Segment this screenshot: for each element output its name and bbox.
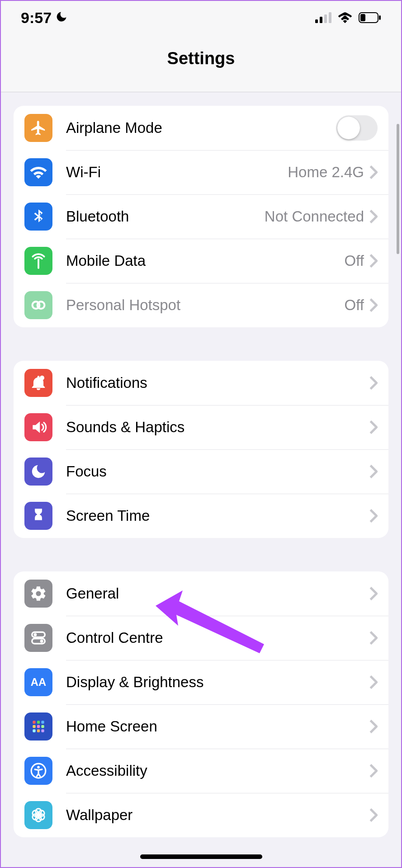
status-time: 9:57 <box>21 9 52 27</box>
svg-rect-20 <box>41 725 44 728</box>
row-home-screen[interactable]: Home Screen <box>14 704 388 749</box>
notifications-icon <box>24 369 52 397</box>
svg-rect-5 <box>360 14 365 21</box>
row-label: Home Screen <box>66 718 369 735</box>
wifi-status-icon <box>338 12 352 23</box>
row-personal-hotspot[interactable]: Personal Hotspot Off <box>14 283 388 327</box>
svg-point-8 <box>38 302 45 309</box>
chevron-right-icon <box>369 808 378 822</box>
settings-content: Airplane Mode Wi-Fi Home 2.4G Bluetooth … <box>1 92 401 837</box>
sounds-icon <box>24 413 52 441</box>
screentime-icon <box>24 502 52 530</box>
page-title: Settings <box>1 49 401 68</box>
row-label: Control Centre <box>66 629 369 646</box>
home-indicator[interactable] <box>140 854 262 859</box>
row-display-brightness[interactable]: AA Display & Brightness <box>14 660 388 704</box>
row-label: Wi-Fi <box>66 164 288 181</box>
row-screen-time[interactable]: Screen Time <box>14 494 388 538</box>
svg-rect-17 <box>41 721 44 723</box>
svg-text:AA: AA <box>31 676 46 688</box>
svg-rect-21 <box>33 729 35 732</box>
airplane-icon <box>24 114 52 142</box>
cellular-icon <box>24 247 52 275</box>
row-accessibility[interactable]: Accessibility <box>14 749 388 793</box>
row-label: Bluetooth <box>66 208 265 225</box>
bluetooth-icon <box>24 203 52 231</box>
battery-icon <box>359 12 381 23</box>
row-wifi[interactable]: Wi-Fi Home 2.4G <box>14 150 388 194</box>
svg-rect-22 <box>37 729 40 732</box>
chevron-right-icon <box>369 165 378 179</box>
svg-point-11 <box>33 633 37 636</box>
navigation-bar: Settings <box>1 34 401 92</box>
row-label: Mobile Data <box>66 252 345 269</box>
svg-rect-3 <box>329 12 331 23</box>
settings-group-notifications: Notifications Sounds & Haptics Focus Scr… <box>14 361 388 538</box>
row-label: Notifications <box>66 374 369 392</box>
row-label: Personal Hotspot <box>66 297 345 314</box>
svg-point-13 <box>40 640 43 643</box>
hotspot-icon <box>24 291 52 319</box>
row-mobile-data[interactable]: Mobile Data Off <box>14 239 388 283</box>
row-label: Display & Brightness <box>66 674 369 691</box>
row-label: Screen Time <box>66 507 369 524</box>
svg-rect-15 <box>33 721 35 723</box>
svg-rect-0 <box>315 19 318 23</box>
chevron-right-icon <box>369 376 378 390</box>
row-label: Wallpaper <box>66 807 369 824</box>
row-label: Accessibility <box>66 762 369 779</box>
row-label: Sounds & Haptics <box>66 419 369 436</box>
airplane-mode-toggle[interactable] <box>336 115 378 141</box>
svg-point-9 <box>40 376 44 380</box>
row-notifications[interactable]: Notifications <box>14 361 388 405</box>
row-airplane-mode[interactable]: Airplane Mode <box>14 106 388 150</box>
row-control-centre[interactable]: Control Centre <box>14 616 388 660</box>
row-label: Airplane Mode <box>66 119 336 137</box>
display-icon: AA <box>24 668 52 696</box>
row-sounds-haptics[interactable]: Sounds & Haptics <box>14 405 388 449</box>
status-right <box>315 12 381 23</box>
settings-group-connectivity: Airplane Mode Wi-Fi Home 2.4G Bluetooth … <box>14 106 388 327</box>
chevron-right-icon <box>369 675 378 689</box>
chevron-right-icon <box>369 210 378 223</box>
status-left: 9:57 <box>21 9 68 27</box>
row-focus[interactable]: Focus <box>14 449 388 494</box>
dnd-moon-icon <box>55 9 68 27</box>
focus-icon <box>24 458 52 486</box>
row-label: General <box>66 585 369 602</box>
chevron-right-icon <box>369 254 378 268</box>
wallpaper-icon <box>24 801 52 829</box>
wifi-icon <box>24 158 52 186</box>
svg-rect-18 <box>33 725 35 728</box>
signal-icon <box>315 12 331 23</box>
row-value: Off <box>345 252 364 269</box>
control-centre-icon <box>24 624 52 652</box>
homescreen-icon <box>24 712 52 741</box>
chevron-right-icon <box>369 420 378 434</box>
chevron-right-icon <box>369 631 378 645</box>
accessibility-icon <box>24 757 52 785</box>
chevron-right-icon <box>369 509 378 523</box>
svg-rect-1 <box>320 17 322 23</box>
row-general[interactable]: General <box>14 571 388 616</box>
chevron-right-icon <box>369 587 378 600</box>
svg-rect-19 <box>37 725 40 728</box>
chevron-right-icon <box>369 298 378 312</box>
status-bar: 9:57 <box>1 1 401 34</box>
scroll-indicator[interactable] <box>397 124 399 254</box>
row-label: Focus <box>66 463 369 480</box>
svg-rect-23 <box>41 729 44 732</box>
settings-group-device: General Control Centre AA Display & Brig… <box>14 571 388 837</box>
svg-point-25 <box>37 766 40 769</box>
chevron-right-icon <box>369 764 378 778</box>
chevron-right-icon <box>369 720 378 733</box>
chevron-right-icon <box>369 465 378 478</box>
row-wallpaper[interactable]: Wallpaper <box>14 793 388 837</box>
svg-rect-6 <box>379 15 381 20</box>
row-value: Home 2.4G <box>288 164 364 181</box>
svg-rect-2 <box>324 14 327 23</box>
svg-rect-16 <box>37 721 40 723</box>
general-icon <box>24 580 52 608</box>
row-value: Not Connected <box>265 208 364 225</box>
row-bluetooth[interactable]: Bluetooth Not Connected <box>14 194 388 239</box>
